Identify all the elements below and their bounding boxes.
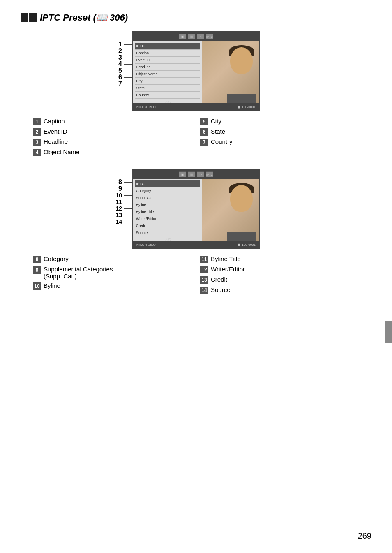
screen-bottom-bar-1: NIKON D500 ▣ 100-0001 <box>133 103 259 111</box>
label-badge-13: 13 <box>200 276 208 284</box>
screen-item-11: Supp. Cat. <box>135 194 200 201</box>
callout-num-9: 9 <box>110 185 122 192</box>
label-text-6: State <box>211 128 225 135</box>
screen-item-7: State <box>135 85 200 92</box>
labels-col-left-1: 1 Caption 2 Event ID 3 Headline 4 Object… <box>33 118 192 159</box>
label-text-11: Byline Title <box>211 255 241 262</box>
callout-line-14 <box>124 222 132 222</box>
title-block-1 <box>21 13 28 22</box>
portrait-face-1 <box>230 47 253 74</box>
screen-left-1: IPTC Caption Event ID Headline Object Na… <box>133 41 202 111</box>
diagram1-callouts: 1 2 3 4 5 <box>110 42 132 87</box>
screen-icon-2: ▥ <box>188 34 195 39</box>
callout-row-11: 11 <box>110 199 132 205</box>
label-text-12: Writer/Editor <box>211 266 245 273</box>
label-text-13: Credit <box>211 276 227 283</box>
label-item-10: 10 Byline <box>33 282 192 290</box>
callout-line-1 <box>124 44 132 45</box>
label-item-2: 2 Event ID <box>33 128 192 136</box>
callout-line-6 <box>124 77 132 78</box>
sidebar-accent <box>385 321 392 343</box>
label-badge-1: 1 <box>33 118 41 125</box>
label-badge-8: 8 <box>33 256 41 263</box>
screen-item-12: Byline <box>135 201 200 208</box>
labels-col-right-1: 5 City 6 State 7 Country <box>200 118 359 159</box>
portrait-2 <box>202 179 259 248</box>
page-number: 269 <box>358 531 371 541</box>
label-item-4: 4 Object Name <box>33 148 192 156</box>
callout-row-7: 7 <box>110 81 132 87</box>
screen-item-13: Byline Title <box>135 208 200 215</box>
camera-model-1: NIKON D500 <box>136 105 156 109</box>
diagram2-callouts: 8 9 10 11 12 <box>110 179 132 224</box>
label-text-10: Byline <box>44 282 60 289</box>
portrait-1 <box>202 41 259 111</box>
screen-item-8: Country <box>135 92 200 99</box>
label-text-14: Source <box>211 286 231 293</box>
label-text-8: Category <box>44 255 69 262</box>
screen-icon-6: ▥ <box>188 171 195 177</box>
screen-icon-5: ▣ <box>179 171 186 177</box>
label-badge-12: 12 <box>200 266 208 273</box>
label-item-7: 7 Country <box>200 138 359 146</box>
callout-line-7 <box>124 84 132 84</box>
label-item-6: 6 State <box>200 128 359 136</box>
callout-line-9 <box>124 189 132 189</box>
screen-content-2: IPTC Category Supp. Cat. Byline Byline T… <box>133 179 259 248</box>
callout-row-8: 8 <box>110 179 132 185</box>
camera-model-2: NIKON D500 <box>136 243 156 247</box>
label-badge-14: 14 <box>200 287 208 294</box>
portrait-face-2 <box>230 185 253 212</box>
label-badge-7: 7 <box>200 139 208 146</box>
labels-col-right-2: 11 Byline Title 12 Writer/Editor 13 Cred… <box>200 255 359 296</box>
label-text-3: Headline <box>44 138 68 145</box>
screen-item-1: IPTC <box>135 43 200 50</box>
callout-num-12: 12 <box>110 205 122 212</box>
screen-item-3: Event ID <box>135 57 200 64</box>
title-block-2 <box>29 13 37 22</box>
label-text-2: Event ID <box>44 128 67 135</box>
label-badge-4: 4 <box>33 149 41 156</box>
screen-item-15: Credit <box>135 222 200 229</box>
screen-top-bar-1: ▣ ▥ ∿ IPTC <box>133 32 259 41</box>
label-text-7: Country <box>211 138 233 145</box>
callout-row-13: 13 <box>110 212 132 218</box>
label-item-3: 3 Headline <box>33 138 192 146</box>
label-text-4: Object Name <box>44 148 80 155</box>
callout-num-13: 13 <box>110 212 122 218</box>
label-item-14: 14 Source <box>200 286 359 294</box>
callout-line-11 <box>124 202 132 202</box>
callout-row-3: 3 <box>110 55 132 60</box>
label-item-11: 11 Byline Title <box>200 255 359 263</box>
screen-item-16: Source <box>135 229 200 236</box>
labels-section-2: 8 Category 9 Supplemental Categories(Sup… <box>21 255 371 296</box>
diagram2-wrapper: 8 9 10 11 12 <box>21 169 371 249</box>
screen-content-1: IPTC Caption Event ID Headline Object Na… <box>133 41 259 111</box>
screen-item-9: IPTC <box>135 180 200 187</box>
title-decoration <box>21 13 37 22</box>
screen-right-1 <box>202 41 259 111</box>
labels-col-left-2: 8 Category 9 Supplemental Categories(Sup… <box>33 255 192 296</box>
label-badge-5: 5 <box>200 118 208 125</box>
frame-info-1: ▣ 100-0001 <box>238 105 256 109</box>
callout-num-11: 11 <box>110 199 122 205</box>
callout-line-8 <box>124 182 132 183</box>
callout-num-14: 14 <box>110 218 122 225</box>
screen-icon-8: IPTC <box>206 171 213 177</box>
camera-screen-1: ▣ ▥ ∿ IPTC IPTC Caption Event ID Headlin… <box>132 31 260 111</box>
screen-bottom-bar-2: NIKON D500 ▣ 100-0001 <box>133 241 259 248</box>
frame-info-2: ▣ 100-0001 <box>238 243 256 247</box>
callout-row-2: 2 <box>110 48 132 54</box>
label-badge-9: 9 <box>33 266 41 274</box>
label-item-9: 9 Supplemental Categories(Supp. Cat.) <box>33 266 192 280</box>
callout-line-2 <box>124 51 132 51</box>
callout-line-5 <box>124 71 132 71</box>
callout-line-10 <box>124 195 132 196</box>
label-item-8: 8 Category <box>33 255 192 263</box>
screen-icon-7: ∿ <box>197 171 204 177</box>
callout-num-10: 10 <box>110 192 122 199</box>
diagram1-wrapper: 1 2 3 4 5 <box>21 31 371 111</box>
section-title: IPTC Preset (📖 306) <box>40 12 128 23</box>
callout-row-12: 12 <box>110 206 132 211</box>
callout-row-4: 4 <box>110 61 132 67</box>
